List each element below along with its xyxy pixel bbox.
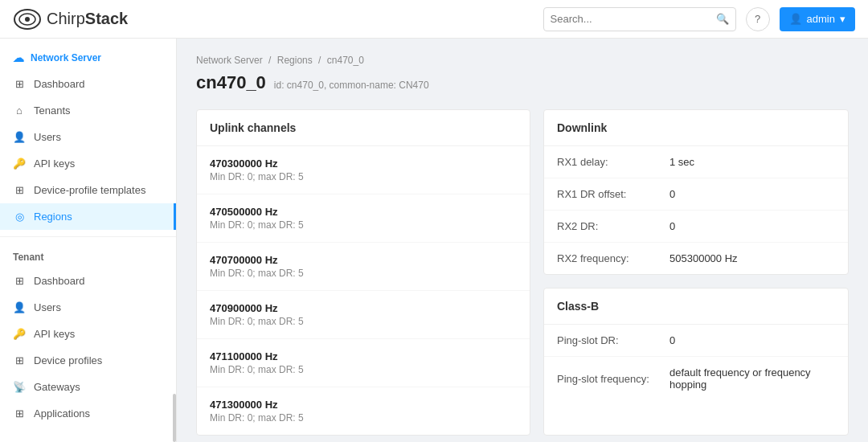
page-title-text: cn470_0 [196, 72, 266, 93]
sidebar-item-label: Device profiles [34, 354, 102, 366]
main-content: Network Server / Regions / cn470_0 cn470… [177, 39, 868, 442]
dashboard-t-icon: ⊞ [13, 275, 26, 287]
admin-label: admin [807, 13, 835, 25]
channel-freq-3: 470900000 Hz [210, 302, 517, 314]
sidebar: ☁ Network Server ⊞ Dashboard ⌂ Tenants 👤… [0, 39, 177, 442]
downlink-label-3: RX2 frequency: [557, 252, 669, 264]
search-box: 🔍 [543, 7, 736, 31]
api-keys-t-icon: 🔑 [13, 328, 26, 340]
channel-item-0: 470300000 Hz Min DR: 0; max DR: 5 [197, 146, 530, 194]
admin-button[interactable]: 👤 admin ▾ [780, 7, 855, 31]
sidebar-item-device-profiles[interactable]: ⊞ Device profiles [0, 347, 176, 374]
downlink-value-3: 505300000 Hz [669, 252, 738, 264]
sidebar-item-label: Dashboard [34, 275, 85, 287]
sidebar-item-device-profile-templates[interactable]: ⊞ Device-profile templates [0, 177, 176, 203]
sidebar-divider [0, 236, 176, 237]
cloud-icon: ☁ [13, 51, 24, 64]
channel-freq-0: 470300000 Hz [210, 158, 517, 170]
gateways-icon: 📡 [13, 381, 26, 393]
sidebar-item-tenants[interactable]: ⌂ Tenants [0, 97, 176, 124]
class-b-title: Class-B [544, 289, 848, 325]
search-input[interactable] [551, 13, 711, 25]
uplink-channels-panel: Uplink channels 470300000 Hz Min DR: 0; … [196, 109, 530, 436]
channel-item-4: 471100000 Hz Min DR: 0; max DR: 5 [197, 339, 530, 387]
downlink-row-0: RX1 delay: 1 sec [544, 146, 848, 178]
channel-item-3: 470900000 Hz Min DR: 0; max DR: 5 [197, 291, 530, 339]
regions-icon: ◎ [13, 211, 26, 223]
downlink-value-0: 1 sec [669, 156, 694, 168]
sidebar-item-dashboard-ns[interactable]: ⊞ Dashboard [0, 71, 176, 97]
downlink-value-2: 0 [669, 220, 675, 232]
class-b-panel: Class-B Ping-slot DR: 0 Ping-slot freque… [543, 288, 849, 436]
breadcrumb-regions: Regions [277, 55, 313, 66]
class-b-label-1: Ping-slot frequency: [557, 373, 669, 385]
channel-dr-0: Min DR: 0; max DR: 5 [210, 171, 517, 182]
sidebar-item-users-t[interactable]: 👤 Users [0, 294, 176, 321]
downlink-value-1: 0 [669, 188, 675, 200]
sidebar-item-applications[interactable]: ⊞ Applications [0, 400, 176, 427]
main-layout: ☁ Network Server ⊞ Dashboard ⌂ Tenants 👤… [0, 39, 868, 442]
channel-dr-1: Min DR: 0; max DR: 5 [210, 219, 517, 231]
users-ns-icon: 👤 [13, 131, 26, 143]
applications-icon: ⊞ [13, 407, 26, 419]
breadcrumb-sep1: / [268, 55, 271, 66]
sidebar-item-label: Users [34, 301, 61, 313]
channel-dr-5: Min DR: 0; max DR: 5 [210, 412, 517, 424]
channel-item-2: 470700000 Hz Min DR: 0; max DR: 5 [197, 243, 530, 291]
channel-freq-5: 471300000 Hz [210, 399, 517, 411]
class-b-value-0: 0 [669, 334, 675, 346]
device-profiles-icon: ⊞ [13, 354, 26, 366]
device-profile-templates-icon: ⊞ [13, 184, 26, 196]
sidebar-item-label: API keys [34, 158, 75, 170]
channel-dr-2: Min DR: 0; max DR: 5 [210, 268, 517, 279]
breadcrumb-ns: Network Server [196, 55, 263, 66]
sidebar-item-api-keys-ns[interactable]: 🔑 API keys [0, 150, 176, 177]
downlink-panel: Downlink RX1 delay: 1 sec RX1 DR offset:… [543, 109, 849, 275]
sidebar-item-dashboard-t[interactable]: ⊞ Dashboard [0, 268, 176, 294]
channel-item-1: 470500000 Hz Min DR: 0; max DR: 5 [197, 194, 530, 243]
downlink-label-2: RX2 DR: [557, 220, 669, 232]
sidebar-network-server-label: ☁ Network Server [0, 39, 176, 71]
channel-dr-4: Min DR: 0; max DR: 5 [210, 364, 517, 375]
channel-freq-1: 470500000 Hz [210, 206, 517, 218]
sidebar-item-label: Applications [34, 407, 90, 419]
users-t-icon: 👤 [13, 301, 26, 313]
downlink-title: Downlink [544, 110, 848, 146]
api-keys-ns-icon: 🔑 [13, 158, 26, 170]
channel-dr-3: Min DR: 0; max DR: 5 [210, 316, 517, 327]
svg-point-2 [25, 17, 30, 22]
logo: ChirpStack [13, 8, 128, 31]
downlink-row-1: RX1 DR offset: 0 [544, 178, 848, 211]
help-button[interactable]: ? [746, 7, 770, 31]
class-b-row-1: Ping-slot frequency: default frequency o… [544, 357, 848, 400]
sidebar-item-label: API keys [34, 328, 75, 340]
search-icon-button[interactable]: 🔍 [716, 13, 729, 25]
dashboard-ns-icon: ⊞ [13, 78, 26, 90]
tenants-icon: ⌂ [13, 104, 26, 117]
sidebar-item-label: Users [34, 131, 61, 143]
content-area: Uplink channels 470300000 Hz Min DR: 0; … [196, 109, 849, 436]
sidebar-item-api-keys-t[interactable]: 🔑 API keys [0, 321, 176, 347]
class-b-row-0: Ping-slot DR: 0 [544, 325, 848, 357]
sidebar-item-users-ns[interactable]: 👤 Users [0, 124, 176, 150]
class-b-value-1: default frequency or frequency hopping [669, 366, 835, 391]
channel-item-5: 471300000 Hz Min DR: 0; max DR: 5 [197, 387, 530, 435]
sidebar-tenant-label: Tenant [0, 244, 176, 268]
sidebar-item-label: Regions [34, 211, 72, 223]
sidebar-item-label: Gateways [34, 381, 80, 393]
page-subtitle: id: cn470_0, common-name: CN470 [274, 80, 429, 91]
right-panels: Downlink RX1 delay: 1 sec RX1 DR offset:… [543, 109, 849, 436]
breadcrumb-current: cn470_0 [327, 55, 364, 66]
sidebar-scroll-indicator [173, 394, 176, 442]
sidebar-item-regions[interactable]: ◎ Regions [0, 203, 176, 230]
breadcrumb: Network Server / Regions / cn470_0 [196, 55, 849, 66]
downlink-row-2: RX2 DR: 0 [544, 211, 848, 243]
uplink-channels-title: Uplink channels [197, 110, 530, 146]
sidebar-item-label: Device-profile templates [34, 184, 145, 196]
sidebar-item-label: Dashboard [34, 78, 85, 90]
channel-freq-4: 471100000 Hz [210, 350, 517, 362]
downlink-label-0: RX1 delay: [557, 156, 669, 168]
admin-icon: 👤 [789, 13, 802, 25]
class-b-label-0: Ping-slot DR: [557, 334, 669, 346]
sidebar-item-gateways[interactable]: 📡 Gateways [0, 374, 176, 400]
